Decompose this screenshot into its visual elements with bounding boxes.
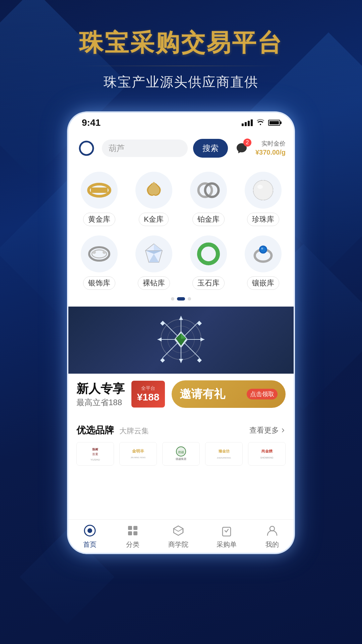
svg-text:SHOWKING: SHOWKING bbox=[260, 457, 274, 459]
svg-point-60 bbox=[87, 528, 92, 533]
status-bar: 9:41 bbox=[68, 113, 294, 133]
new-user-section: 新人专享 最高立省188 全平台 ¥188 邀请有礼 点击领取 bbox=[68, 374, 294, 415]
svg-text:珠树: 珠树 bbox=[92, 448, 99, 451]
signal-icon bbox=[242, 119, 253, 126]
nav-home[interactable]: 首页 bbox=[82, 523, 97, 549]
main-title: 珠宝采购交易平台 bbox=[0, 27, 362, 59]
bottom-nav: 首页 分类 bbox=[68, 519, 294, 553]
svg-point-8 bbox=[254, 181, 273, 200]
svg-marker-34 bbox=[158, 337, 162, 341]
phone-inner: 9:41 bbox=[68, 113, 294, 553]
category-platinum[interactable]: 铂金库 bbox=[181, 167, 236, 231]
dot-1 bbox=[171, 297, 174, 301]
svg-marker-65 bbox=[174, 526, 183, 535]
sub-title: 珠宝产业源头供应商直供 bbox=[0, 73, 362, 91]
svg-marker-39 bbox=[197, 358, 202, 363]
category-inlay[interactable]: 镶嵌库 bbox=[236, 231, 290, 294]
message-button[interactable]: 2 bbox=[233, 140, 250, 157]
battery-icon bbox=[268, 120, 280, 126]
banner-section[interactable] bbox=[68, 307, 294, 374]
svg-rect-3 bbox=[91, 187, 108, 193]
category-icon bbox=[125, 523, 140, 538]
home-icon bbox=[82, 523, 97, 538]
coupon-image: 全平台 ¥188 bbox=[131, 381, 165, 408]
phone-frame: 9:41 bbox=[67, 111, 295, 554]
wifi-icon bbox=[257, 118, 264, 127]
mine-icon bbox=[265, 523, 280, 538]
search-button[interactable]: 搜索 bbox=[193, 139, 228, 158]
svg-rect-53 bbox=[205, 443, 242, 465]
svg-marker-35 bbox=[200, 337, 204, 341]
svg-text:JIN MING FENG: JIN MING FENG bbox=[131, 457, 146, 459]
svg-text:德越集团: 德越集团 bbox=[176, 458, 186, 461]
banner-jewelry bbox=[151, 309, 211, 371]
svg-text:YUSHU: YUSHU bbox=[90, 458, 100, 461]
svg-rect-63 bbox=[128, 531, 132, 535]
svg-rect-62 bbox=[133, 526, 137, 530]
dot-2 bbox=[177, 297, 185, 301]
svg-point-13 bbox=[103, 251, 106, 254]
brand-jinming[interactable]: 金明丰 JIN MING FENG bbox=[119, 442, 157, 466]
category-gold[interactable]: 黄金库 bbox=[72, 167, 126, 231]
svg-point-22 bbox=[260, 247, 266, 252]
svg-marker-38 bbox=[160, 358, 165, 363]
nav-purchase[interactable]: 采购单 bbox=[217, 523, 237, 549]
brand-zhen[interactable]: 臻金坊 ZHENJINFANG bbox=[205, 442, 243, 466]
svg-text:臻金坊: 臻金坊 bbox=[219, 449, 230, 453]
nav-mine[interactable]: 我的 bbox=[265, 523, 280, 549]
divider-line bbox=[80, 66, 282, 66]
category-kgold[interactable]: K金库 bbox=[126, 167, 181, 231]
category-pearl[interactable]: 珍珠库 bbox=[236, 167, 290, 231]
nav-school[interactable]: 商学院 bbox=[168, 523, 188, 549]
svg-text:金明丰: 金明丰 bbox=[132, 449, 144, 453]
brand-shang[interactable]: 尚金绣 SHOWKING bbox=[248, 442, 286, 466]
app-logo bbox=[76, 138, 97, 158]
brand-header: 优选品牌 大牌云集 查看更多 bbox=[76, 424, 286, 437]
search-bar: 葫芦 搜索 2 实时金价 ¥370.00/g bbox=[68, 133, 294, 164]
brand-section: 优选品牌 大牌云集 查看更多 bbox=[68, 417, 294, 472]
search-placeholder: 葫芦 bbox=[109, 143, 125, 154]
invite-button[interactable]: 邀请有礼 点击领取 bbox=[172, 380, 286, 408]
svg-marker-37 bbox=[197, 321, 202, 326]
nav-category[interactable]: 分类 bbox=[125, 523, 140, 549]
category-silver[interactable]: 银饰库 bbox=[72, 231, 126, 294]
school-icon bbox=[171, 523, 186, 538]
new-user-text: 新人专享 最高立省188 bbox=[76, 381, 125, 408]
status-icons bbox=[242, 118, 280, 127]
gold-price: 实时金价 ¥370.00/g bbox=[255, 140, 286, 156]
svg-text:首素: 首素 bbox=[92, 452, 98, 456]
brand-logos: 珠树 首素 YUSHU 金明丰 JIN MING FENG bbox=[76, 442, 286, 466]
brand-more-button[interactable]: 查看更多 bbox=[249, 425, 286, 435]
purchase-icon bbox=[219, 523, 234, 538]
category-grid: 黄金库 K金库 bbox=[68, 167, 294, 294]
svg-rect-61 bbox=[128, 526, 132, 530]
svg-point-1 bbox=[84, 146, 89, 151]
svg-point-19 bbox=[199, 245, 218, 263]
svg-marker-66 bbox=[174, 526, 183, 531]
svg-text:ZHENJINFANG: ZHENJINFANG bbox=[217, 457, 231, 459]
svg-rect-56 bbox=[248, 443, 285, 465]
status-time: 9:41 bbox=[82, 117, 101, 128]
svg-rect-64 bbox=[133, 531, 137, 535]
brand-deyue[interactable]: 德越 德越集团 bbox=[162, 442, 200, 466]
message-badge: 2 bbox=[243, 139, 251, 147]
svg-marker-36 bbox=[160, 321, 165, 326]
category-section: 黄金库 K金库 bbox=[68, 164, 294, 307]
svg-text:尚金绣: 尚金绣 bbox=[261, 449, 273, 453]
svg-point-12 bbox=[93, 251, 96, 254]
app-content: 葫芦 搜索 2 实时金价 ¥370.00/g bbox=[68, 133, 294, 553]
brand-zhushu[interactable]: 珠树 首素 YUSHU bbox=[76, 442, 114, 466]
svg-rect-46 bbox=[120, 443, 157, 465]
svg-marker-32 bbox=[179, 316, 183, 320]
svg-point-9 bbox=[257, 185, 263, 189]
svg-point-23 bbox=[261, 248, 263, 250]
dot-3 bbox=[188, 297, 191, 301]
pagination-dots bbox=[68, 294, 294, 303]
category-jade[interactable]: 玉石库 bbox=[181, 231, 236, 294]
phone-container: 9:41 bbox=[0, 111, 362, 554]
category-diamond[interactable]: 裸钻库 bbox=[126, 231, 181, 294]
svg-marker-33 bbox=[179, 359, 183, 363]
header-area: 珠宝采购交易平台 珠宝产业源头供应商直供 bbox=[0, 0, 362, 91]
search-input-wrap[interactable]: 葫芦 bbox=[102, 140, 188, 157]
svg-text:德越: 德越 bbox=[178, 450, 184, 454]
